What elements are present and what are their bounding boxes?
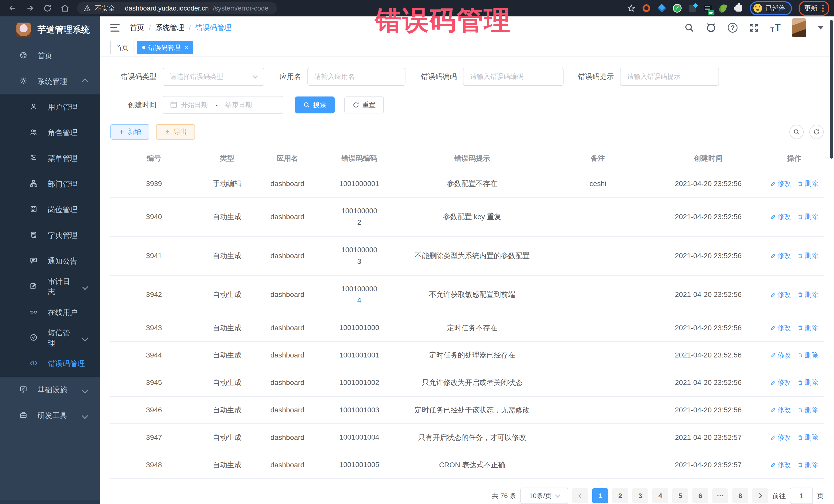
extension-gem-icon[interactable] (657, 4, 666, 13)
edit-link[interactable]: 修改 (770, 460, 791, 469)
page-button-6[interactable]: 6 (692, 488, 708, 503)
add-button[interactable]: 新增 (110, 124, 149, 139)
sidebar-item-sms[interactable]: 短信管理 (0, 325, 100, 351)
bookmark-star-icon[interactable] (627, 4, 635, 12)
extension-grid-icon[interactable] (688, 4, 697, 13)
tab-home[interactable]: 首页 (110, 41, 133, 54)
avatar-caret-icon[interactable] (817, 26, 824, 29)
delete-link[interactable]: 删除 (797, 323, 818, 332)
edit-link[interactable]: 修改 (770, 406, 791, 414)
search-button[interactable]: 搜索 (295, 96, 335, 113)
back-icon[interactable] (8, 4, 17, 13)
extension-orange-icon[interactable] (642, 4, 651, 13)
extensions-puzzle-icon[interactable] (734, 4, 743, 13)
sidebar-item-menus[interactable]: 菜单管理 (0, 146, 100, 171)
sidebar-collapse-bar[interactable] (0, 500, 100, 504)
close-icon[interactable]: × (184, 44, 188, 51)
tab-error-code[interactable]: 错误码管理 × (137, 41, 193, 54)
sidebar-item-online-users[interactable]: 在线用户 (0, 300, 100, 325)
error-msg-input[interactable] (627, 73, 712, 81)
sidebar-item-notice[interactable]: 通知公告 (0, 248, 100, 274)
sidebar-item-error-code[interactable]: 错误码管理 (0, 351, 100, 377)
edit-link[interactable]: 修改 (770, 179, 791, 188)
reload-icon[interactable] (43, 4, 52, 13)
error-msg-field[interactable] (620, 68, 719, 86)
delete-link[interactable]: 删除 (797, 212, 818, 221)
delete-link[interactable]: 删除 (797, 290, 818, 299)
sidebar-item-audit-log[interactable]: 审计日志 (0, 274, 100, 300)
delete-link[interactable]: 删除 (797, 433, 818, 442)
col-app: 应用名 (257, 147, 318, 170)
page-size-select[interactable]: 10条/页 (521, 487, 568, 504)
edit-link[interactable]: 修改 (770, 351, 791, 360)
reset-button[interactable]: 重置 (344, 96, 384, 113)
delete-link[interactable]: 删除 (797, 406, 818, 414)
page-button-4[interactable]: 4 (652, 488, 668, 503)
header-search-icon[interactable] (684, 23, 695, 33)
browser-update-button[interactable]: 更新 (798, 1, 829, 16)
address-bar[interactable]: 不安全 | dashboard.yudao.iocoder.cn/system/… (77, 2, 277, 14)
page-button-3[interactable]: 3 (632, 488, 648, 503)
breadcrumb-home[interactable]: 首页 (130, 23, 144, 32)
sidebar-item-infrastructure[interactable]: 基础设施 (0, 377, 100, 403)
page-scrollbar[interactable] (830, 20, 833, 159)
sidebar-item-devtools[interactable]: 研发工具 (0, 403, 100, 429)
edit-link[interactable]: 修改 (770, 323, 791, 332)
delete-link[interactable]: 删除 (797, 378, 818, 387)
export-button[interactable]: 导出 (156, 124, 195, 139)
github-icon[interactable] (706, 22, 717, 33)
sidebar-item-departments[interactable]: 部门管理 (0, 171, 100, 197)
sidebar-item-dict[interactable]: 字典管理 (0, 223, 100, 248)
delete-link[interactable]: 删除 (797, 351, 818, 360)
edit-link[interactable]: 修改 (770, 290, 791, 299)
prev-page-button[interactable] (572, 488, 588, 503)
extension-leaf-icon[interactable] (719, 4, 728, 13)
hamburger-icon[interactable] (110, 24, 119, 31)
error-type-input[interactable] (170, 73, 250, 81)
browser-menu-icon[interactable] (822, 5, 824, 12)
breadcrumb-system[interactable]: 系统管理 (155, 23, 184, 32)
app-name-field[interactable] (307, 68, 405, 86)
cell-code: 1001001004 (318, 424, 400, 451)
profile-paused-pill[interactable]: 已暂停 (750, 1, 792, 15)
sidebar-item-system[interactable]: 系统管理 (0, 69, 100, 94)
page-button-8[interactable]: 8 (732, 488, 748, 503)
delete-link[interactable]: 删除 (797, 251, 818, 260)
page-button-2[interactable]: 2 (612, 488, 628, 503)
font-size-icon[interactable]: TT (770, 22, 781, 34)
error-code-field[interactable] (463, 68, 564, 86)
page-button-1[interactable]: 1 (592, 488, 608, 503)
sidebar-item-users[interactable]: 用户管理 (0, 94, 100, 120)
error-type-select[interactable] (163, 68, 264, 86)
error-code-input[interactable] (470, 73, 556, 81)
edit-link-label: 修改 (777, 323, 791, 332)
help-icon[interactable]: ? (728, 23, 738, 32)
sidebar-item-home[interactable]: 首页 (0, 43, 100, 69)
refresh-button[interactable] (809, 125, 824, 139)
page-button-5[interactable]: 5 (672, 488, 688, 503)
app-logo-row[interactable]: 芋道管理系统 (0, 17, 100, 43)
delete-link[interactable]: 删除 (797, 179, 818, 188)
cell-code: 100100000 3 (318, 236, 400, 275)
table-row: 3941自动生成dashboard100100000 3不能删除类型为系统内置的… (110, 236, 824, 275)
user-avatar[interactable] (792, 18, 806, 37)
forward-icon[interactable] (26, 4, 35, 13)
extension-list-icon[interactable]: on (704, 4, 712, 13)
sidebar-item-posts[interactable]: 岗位管理 (0, 197, 100, 223)
edit-link[interactable]: 修改 (770, 212, 791, 221)
show-search-button[interactable] (789, 125, 804, 139)
page-ellipsis[interactable]: ··· (712, 488, 728, 503)
goto-page-input[interactable] (790, 487, 813, 504)
extension-v-icon[interactable]: ✓ (673, 4, 682, 13)
home-icon[interactable] (61, 4, 69, 13)
fullscreen-icon[interactable] (749, 23, 759, 33)
app-name-input[interactable] (314, 73, 398, 81)
edit-link[interactable]: 修改 (770, 378, 791, 387)
table-row: 3945自动生成dashboard1001001002只允许修改为开启或者关闭状… (110, 369, 824, 396)
edit-link[interactable]: 修改 (770, 251, 791, 260)
next-page-button[interactable] (752, 488, 768, 503)
sidebar-item-roles[interactable]: 角色管理 (0, 120, 100, 146)
date-range-picker[interactable]: 开始日期 - 结束日期 (163, 96, 283, 114)
delete-link[interactable]: 删除 (797, 460, 818, 469)
edit-link[interactable]: 修改 (770, 433, 791, 442)
